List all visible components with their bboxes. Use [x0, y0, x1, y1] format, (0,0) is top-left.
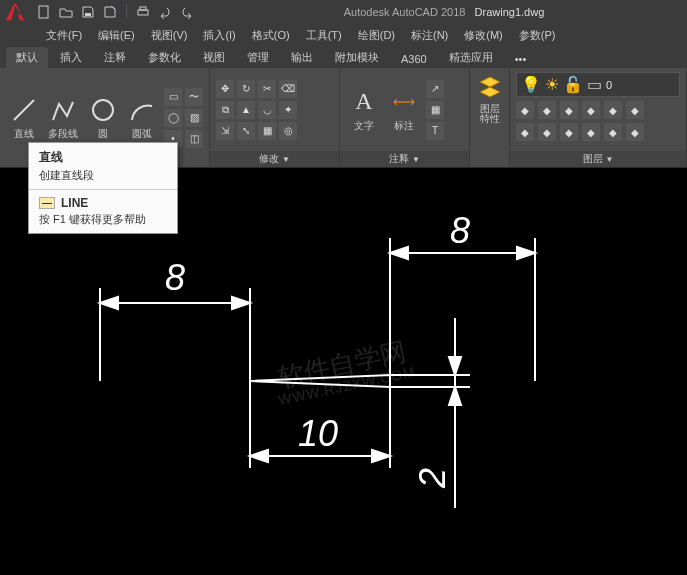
leader-icon[interactable]: ↗	[426, 80, 444, 98]
copy-icon[interactable]: ⧉	[216, 101, 234, 119]
menu-edit[interactable]: 编辑(E)	[92, 26, 141, 45]
rect-icon[interactable]: ▭	[164, 88, 182, 106]
line-icon	[9, 95, 39, 125]
dim-label: 8	[165, 257, 185, 298]
menu-tools[interactable]: 工具(T)	[300, 26, 348, 45]
layer-dropdown[interactable]: 💡 ☀ 🔓 ▭ 0	[516, 72, 680, 97]
ribbon-tab-featured[interactable]: 精选应用	[439, 47, 503, 68]
ribbon-tab-addins[interactable]: 附加模块	[325, 47, 389, 68]
array-icon[interactable]: ▦	[258, 122, 276, 140]
explode-icon[interactable]: ✦	[279, 101, 297, 119]
menu-modify[interactable]: 修改(M)	[458, 26, 509, 45]
panel-annotate: A 文字 标注 ↗ ▦ T 注释▼	[340, 68, 470, 167]
mtext-icon[interactable]: T	[426, 122, 444, 140]
new-icon[interactable]	[36, 4, 52, 20]
svg-rect-0	[39, 6, 48, 18]
mirror-icon[interactable]: ▲	[237, 101, 255, 119]
layer-tool-icon[interactable]: ◆	[560, 123, 578, 141]
layer-tool-icon[interactable]: ◆	[582, 123, 600, 141]
trim-icon[interactable]: ✂	[258, 80, 276, 98]
rotate-icon[interactable]: ↻	[237, 80, 255, 98]
layer-tool-icon[interactable]: ◆	[626, 123, 644, 141]
ribbon-tab-default[interactable]: 默认	[6, 47, 48, 68]
line-button[interactable]: 直线	[6, 95, 42, 141]
plot-icon[interactable]	[135, 4, 151, 20]
polyline-icon	[48, 95, 78, 125]
panel-annotate-label[interactable]: 注释▼	[340, 151, 469, 167]
stretch-icon[interactable]: ⇲	[216, 122, 234, 140]
layer-tool-icon[interactable]: ◆	[516, 123, 534, 141]
ribbon-tab-a360[interactable]: A360	[391, 50, 437, 68]
ribbon-tab-view[interactable]: 视图	[193, 47, 235, 68]
dim-label: 10	[298, 413, 338, 454]
polyline-button[interactable]: 多段线	[46, 95, 82, 141]
command-icon	[39, 197, 55, 209]
ribbon-tab-parametric[interactable]: 参数化	[138, 47, 191, 68]
scale-icon[interactable]: ⤡	[237, 122, 255, 140]
panel-modify-label[interactable]: 修改▼	[210, 151, 339, 167]
arc-button[interactable]: 圆弧	[125, 95, 161, 141]
tooltip-subtitle: 创建直线段	[29, 168, 177, 190]
table-icon[interactable]: ▦	[426, 101, 444, 119]
svg-line-4	[14, 100, 34, 120]
layers-icon	[475, 72, 505, 102]
panel-layers-label[interactable]: 图层▼	[510, 151, 686, 167]
title-bar: Autodesk AutoCAD 2018 Drawing1.dwg	[0, 0, 687, 24]
layer-tool-icon[interactable]: ◆	[604, 101, 622, 119]
layer-tool-icon[interactable]: ◆	[538, 123, 556, 141]
ellipse-icon[interactable]: ◯	[164, 109, 182, 127]
offset-icon[interactable]: ◎	[279, 122, 297, 140]
panel-layers-btn: 图层 特性	[470, 68, 510, 167]
chevron-down-icon: ▼	[412, 155, 420, 164]
dim-label: 2	[412, 468, 453, 489]
dimension-icon	[389, 87, 419, 117]
region-icon[interactable]: ◫	[185, 130, 203, 148]
menu-file[interactable]: 文件(F)	[40, 26, 88, 45]
redo-icon[interactable]	[179, 4, 195, 20]
ribbon-tab-output[interactable]: 输出	[281, 47, 323, 68]
spline-icon[interactable]: 〜	[185, 88, 203, 106]
app-logo[interactable]	[0, 0, 30, 24]
arc-icon	[127, 95, 157, 125]
ribbon-tab-annotate[interactable]: 注释	[94, 47, 136, 68]
saveas-icon[interactable]	[102, 4, 118, 20]
plot-layer-icon: ▭	[587, 75, 602, 94]
tooltip-command: LINE	[29, 190, 177, 212]
menu-dimension[interactable]: 标注(N)	[405, 26, 454, 45]
ribbon-tab-strip: 默认 插入 注释 参数化 视图 管理 输出 附加模块 A360 精选应用 •••	[0, 46, 687, 68]
menu-insert[interactable]: 插入(I)	[197, 26, 241, 45]
layer-tool-icon[interactable]: ◆	[582, 101, 600, 119]
menu-view[interactable]: 视图(V)	[145, 26, 194, 45]
save-icon[interactable]	[80, 4, 96, 20]
layer-tool-icon[interactable]: ◆	[604, 123, 622, 141]
undo-icon[interactable]	[157, 4, 173, 20]
bulb-icon: 💡	[521, 75, 541, 94]
tooltip-title: 直线	[29, 143, 177, 168]
layer-tool-icon[interactable]: ◆	[560, 101, 578, 119]
menu-format[interactable]: 格式(O)	[246, 26, 296, 45]
erase-icon[interactable]: ⌫	[279, 80, 297, 98]
layer-properties-button[interactable]: 图层 特性	[472, 72, 508, 124]
ribbon-tab-more-icon[interactable]: •••	[505, 50, 537, 68]
menu-draw[interactable]: 绘图(D)	[352, 26, 401, 45]
panel-modify: ✥↻✂⌫ ⧉▲◡✦ ⇲⤡▦◎ 修改▼	[210, 68, 340, 167]
menu-parametric[interactable]: 参数(P)	[513, 26, 562, 45]
move-icon[interactable]: ✥	[216, 80, 234, 98]
chevron-down-icon: ▼	[606, 155, 614, 164]
tooltip-help: 按 F1 键获得更多帮助	[29, 212, 177, 233]
tooltip: 直线 创建直线段 LINE 按 F1 键获得更多帮助	[28, 142, 178, 234]
ribbon-tab-manage[interactable]: 管理	[237, 47, 279, 68]
hatch-icon[interactable]: ▨	[185, 109, 203, 127]
layer-tool-icon[interactable]: ◆	[538, 101, 556, 119]
open-icon[interactable]	[58, 4, 74, 20]
menu-bar: 文件(F) 编辑(E) 视图(V) 插入(I) 格式(O) 工具(T) 绘图(D…	[0, 24, 687, 46]
text-button[interactable]: A 文字	[346, 87, 382, 133]
fillet-icon[interactable]: ◡	[258, 101, 276, 119]
ribbon-tab-insert[interactable]: 插入	[50, 47, 92, 68]
window-title: Autodesk AutoCAD 2018 Drawing1.dwg	[201, 6, 687, 18]
sun-icon: ☀	[545, 75, 559, 94]
dimension-button[interactable]: 标注	[386, 87, 422, 133]
circle-button[interactable]: 圆	[85, 95, 121, 141]
layer-tool-icon[interactable]: ◆	[516, 101, 534, 119]
layer-tool-icon[interactable]: ◆	[626, 101, 644, 119]
